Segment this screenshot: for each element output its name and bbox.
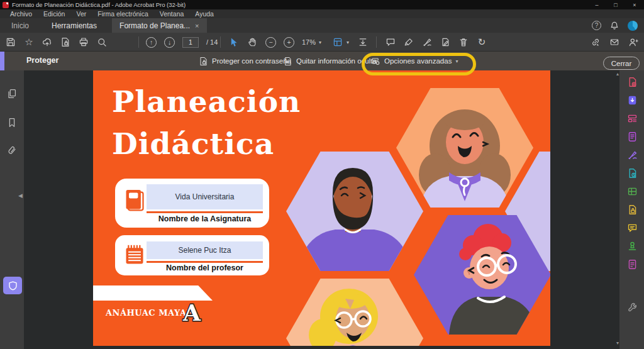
next-page-icon[interactable]: ↓ — [164, 37, 175, 48]
comment-icon[interactable] — [385, 36, 396, 48]
zoom-level-value: 17% — [302, 38, 316, 46]
email-icon[interactable] — [609, 36, 620, 48]
previous-page-icon[interactable]: ↑ — [146, 37, 157, 48]
tab-document-label: Formato de Planea... — [119, 21, 190, 30]
toolbar-separator — [138, 36, 139, 48]
chevron-down-icon: ▾ — [455, 58, 458, 64]
remove-hidden-info-label: Quitar información oculta — [296, 57, 377, 65]
prepare-form-icon[interactable] — [626, 258, 638, 270]
page-thumbnails-icon[interactable] — [6, 88, 18, 99]
remove-hidden-info-button[interactable]: Quitar información oculta — [283, 52, 377, 70]
favorite-star-icon[interactable]: ☆ — [23, 36, 35, 48]
slide-title: Planeación Didáctica — [112, 80, 301, 165]
tab-herramientas[interactable]: Herramientas — [40, 18, 108, 33]
more-tools-icon[interactable] — [626, 301, 638, 313]
illustration-man-beard — [286, 152, 423, 271]
sign-icon[interactable] — [421, 36, 433, 48]
search-icon[interactable] — [96, 36, 108, 48]
help-icon[interactable]: ? — [592, 21, 601, 30]
tab-close-icon[interactable]: × — [195, 22, 199, 30]
teacher-form-field[interactable]: Selene Puc Itza — [147, 241, 263, 259]
highlight-icon[interactable] — [403, 36, 414, 48]
menu-edicion[interactable]: Edición — [38, 10, 70, 18]
logo-letter: A — [182, 299, 201, 326]
export-pdf-icon[interactable] — [626, 75, 638, 88]
menu-ayuda[interactable]: Ayuda — [189, 10, 219, 18]
notepad-icon — [123, 243, 146, 268]
comment-tool-icon[interactable] — [626, 221, 638, 234]
left-navigation-rail — [0, 70, 24, 349]
title-bar: Formato de Planeación Didáctica.pdf - Ad… — [0, 0, 644, 9]
menu-archivo[interactable]: Archivo — [4, 10, 38, 18]
field-underline — [147, 261, 263, 263]
user-avatar[interactable] — [628, 21, 638, 31]
window-title: Formato de Planeación Didáctica.pdf - Ad… — [12, 1, 186, 8]
tab-document[interactable]: Formato de Planea... × — [112, 18, 207, 33]
hexagon-woman-blonde — [286, 279, 423, 346]
advanced-options-label: Opciones avanzadas — [384, 57, 452, 65]
protect-lock-icon[interactable] — [626, 203, 638, 216]
fill-sign-icon[interactable] — [626, 148, 638, 161]
pdf-page: Planeación Didáctica Vida Universitaria … — [93, 70, 550, 346]
menu-bar: Archivo Edición Ver Firma electrónica Ve… — [0, 9, 644, 18]
advanced-options-button[interactable]: Opciones avanzadas ▾ — [371, 52, 458, 70]
zoom-level-dropdown[interactable]: 17% ▾ — [302, 38, 321, 46]
save-icon[interactable] — [5, 36, 16, 48]
hexagon-woman-brown-hair — [396, 88, 533, 208]
restore-button[interactable]: □ — [606, 2, 625, 8]
teacher-card: Selene Puc Itza Nombre del profesor — [115, 235, 269, 275]
field-underline — [147, 211, 263, 213]
close-button[interactable]: × — [625, 2, 644, 8]
scroll-up-icon[interactable]: ▴ — [616, 71, 619, 77]
acrobat-window: Formato de Planeación Didáctica.pdf - Ad… — [0, 0, 644, 349]
subject-form-field[interactable]: Vida Universitaria — [147, 184, 263, 209]
menu-firma-electronica[interactable]: Firma electrónica — [92, 10, 154, 18]
compress-pdf-icon[interactable] — [626, 167, 638, 179]
toolbar-separator — [376, 36, 377, 48]
select-tool-icon[interactable] — [228, 36, 239, 48]
trash-icon[interactable] — [458, 36, 469, 48]
scan-ocr-icon[interactable] — [626, 185, 638, 197]
subject-field-label: Nombre de la Asignatura — [147, 214, 263, 223]
bell-icon[interactable] — [609, 20, 620, 31]
print-icon[interactable] — [78, 36, 89, 48]
protect-tool-active-icon[interactable] — [3, 277, 22, 294]
share-person-icon[interactable] — [628, 36, 639, 48]
chevron-down-icon: ▾ — [347, 40, 349, 45]
send-for-review-icon[interactable] — [357, 36, 369, 48]
collapse-panel-icon[interactable]: ◀ — [18, 192, 23, 199]
organize-pages-icon[interactable] — [626, 112, 638, 125]
bookmarks-icon[interactable] — [6, 117, 18, 128]
toolbar-separator — [220, 36, 221, 48]
link-icon[interactable] — [590, 36, 601, 48]
scroll-down-icon[interactable]: ▾ — [616, 340, 619, 346]
teacher-field-label: Nombre del profesor — [147, 263, 263, 272]
edit-pdf-icon[interactable] — [626, 130, 638, 143]
menu-ver[interactable]: Ver — [70, 10, 92, 18]
page-display-icon[interactable] — [332, 36, 343, 48]
protect-accent-bar — [0, 52, 4, 70]
illustration-woman-brown-hair — [396, 88, 533, 208]
edit-page-icon[interactable] — [440, 36, 451, 48]
close-protect-button[interactable]: Cerrar — [603, 57, 640, 70]
tab-inicio[interactable]: Inicio — [0, 18, 40, 33]
hexagon-man-beard — [286, 152, 423, 271]
protect-title: Proteger — [26, 56, 58, 65]
minimize-button[interactable]: – — [587, 2, 606, 8]
subject-card: Vida Universitaria Nombre de la Asignatu… — [115, 179, 269, 228]
page-number-input[interactable]: 1 — [182, 37, 199, 48]
zoom-out-icon[interactable]: − — [265, 37, 276, 48]
zoom-in-icon[interactable]: + — [284, 37, 294, 48]
export-secured-page-icon[interactable] — [60, 36, 71, 48]
hand-tool-icon[interactable] — [247, 36, 258, 48]
share-cloud-icon[interactable] — [42, 36, 53, 48]
refresh-icon[interactable]: ↻ — [476, 36, 487, 48]
illustration-woman-blonde — [286, 279, 423, 346]
create-pdf-icon[interactable] — [626, 94, 638, 106]
menu-ventana[interactable]: Ventana — [154, 10, 190, 18]
stamp-icon[interactable] — [626, 240, 638, 252]
protect-password-button[interactable]: Proteger con contraseña — [199, 52, 291, 70]
attachments-icon[interactable] — [6, 145, 18, 156]
page-eye-icon — [283, 57, 292, 66]
book-icon — [123, 187, 146, 214]
